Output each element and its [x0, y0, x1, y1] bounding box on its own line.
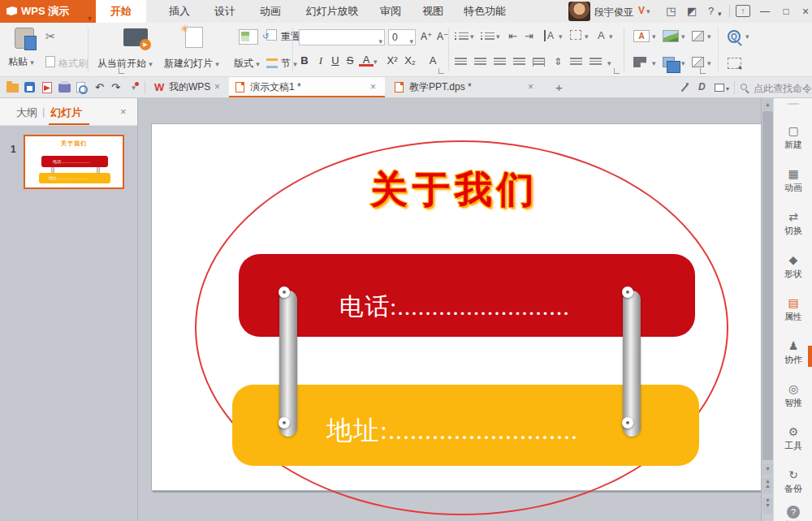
tab-my-wps[interactable]: W 我的WPS ×: [149, 77, 227, 97]
chevron-down-icon[interactable]: ▾: [652, 59, 656, 67]
font-family-select[interactable]: ▾: [299, 29, 385, 45]
tab-teaching-ppt[interactable]: 教学PPT.dps * ×: [388, 77, 542, 97]
paste-icon[interactable]: [15, 28, 34, 49]
account-name[interactable]: 段宇俊亚: [594, 6, 633, 19]
minimize-button[interactable]: —: [757, 5, 773, 18]
sidebar-item-tools[interactable]: ⚙ 工具: [774, 425, 812, 452]
docer-icon[interactable]: D: [698, 81, 706, 93]
menu-tab-slideshow[interactable]: 幻灯片放映: [297, 0, 367, 23]
align-right-icon[interactable]: [494, 58, 506, 67]
chevron-down-icon[interactable]: ▾: [707, 59, 711, 67]
numbering-icon[interactable]: [481, 32, 495, 41]
print-preview-icon[interactable]: [76, 82, 85, 93]
chevron-down-icon[interactable]: ▾: [585, 32, 589, 41]
layout-button[interactable]: 版式 ▾: [234, 57, 260, 71]
font-dialog-launcher[interactable]: [438, 68, 444, 74]
tab-outline[interactable]: 大纲: [16, 105, 37, 120]
reset-button[interactable]: 重置: [281, 30, 300, 44]
chevron-down-icon[interactable]: ▾: [607, 59, 611, 67]
sidebar-item-shapes[interactable]: ◆ 形状: [774, 253, 812, 280]
sidebar-item-backup[interactable]: ↻ 备份: [774, 468, 812, 495]
shape-dialog-launcher[interactable]: [700, 68, 706, 74]
paste-button[interactable]: 粘贴 ▾: [8, 55, 34, 69]
shape-fill-icon[interactable]: [633, 57, 646, 67]
paragraph-dialog-launcher[interactable]: [614, 68, 620, 74]
account-caret-icon[interactable]: ▾: [646, 7, 650, 15]
chevron-down-icon[interactable]: ▾: [559, 32, 563, 41]
chevron-down-icon[interactable]: ▾: [707, 32, 711, 41]
sidebar-item-new[interactable]: ▢ 新建: [774, 124, 812, 151]
format-painter-button[interactable]: 格式刷: [58, 57, 88, 71]
underline-button[interactable]: U: [328, 54, 343, 68]
strap-left[interactable]: [279, 291, 297, 437]
selection-pane-icon[interactable]: [728, 58, 741, 69]
cut-icon[interactable]: ✂: [45, 29, 56, 44]
fullscreen-upload-button[interactable]: ↑: [736, 5, 750, 17]
menu-tab-insert[interactable]: 插入: [159, 0, 200, 23]
panel-close-icon[interactable]: ×: [120, 105, 127, 118]
decrease-indent-icon[interactable]: ⇤: [508, 30, 517, 42]
chevron-down-icon[interactable]: ▾: [681, 32, 685, 41]
picture-icon[interactable]: [663, 30, 679, 42]
bullets-icon[interactable]: [455, 32, 469, 41]
save-icon[interactable]: [24, 82, 35, 93]
new-tab-button[interactable]: +: [555, 80, 563, 94]
layout-icon[interactable]: [239, 29, 258, 45]
close-button[interactable]: ×: [797, 5, 812, 18]
avatar[interactable]: [568, 2, 590, 21]
beautify-wand-icon[interactable]: [681, 84, 689, 93]
increase-font-button[interactable]: A⁺: [421, 31, 432, 42]
chevron-down-icon[interactable]: ▾: [726, 85, 729, 93]
menu-tab-view[interactable]: 视图: [412, 0, 453, 23]
text-direction-icon[interactable]: A: [544, 30, 554, 41]
restore-button[interactable]: □: [778, 5, 794, 18]
slide-thumbnail[interactable]: 关于我们 电话:......................... 地址:...…: [24, 135, 124, 189]
previous-slide-button[interactable]: ▲ ▲: [762, 478, 773, 494]
phone-text[interactable]: 电话:.........................: [339, 291, 570, 324]
tab-close-icon[interactable]: ×: [528, 77, 533, 97]
superscript-button[interactable]: X²: [385, 54, 400, 68]
sidebar-item-properties[interactable]: ▤ 属性: [774, 296, 812, 323]
strikethrough-button[interactable]: S: [343, 54, 357, 68]
align-center-icon[interactable]: [474, 58, 486, 67]
play-from-current-icon[interactable]: [123, 28, 148, 46]
character-scale-icon[interactable]: A: [598, 29, 605, 41]
ring-top-left[interactable]: [279, 286, 290, 298]
paragraph-spacing-icon[interactable]: [570, 58, 582, 67]
window-switch-icon[interactable]: [715, 84, 724, 92]
open-file-icon[interactable]: [6, 84, 19, 93]
scroll-up-button[interactable]: ▲: [762, 99, 773, 110]
find-replace-icon[interactable]: Q: [728, 30, 741, 43]
from-current-button[interactable]: 从当前开始 ▾: [97, 57, 153, 71]
sidebar-item-collaborate[interactable]: ♟ 协作: [774, 339, 812, 366]
tab-presentation1[interactable]: 演示文稿1 * ×: [229, 77, 385, 97]
sidebar-item-help[interactable]: ? 帮助: [774, 506, 812, 521]
ring-bottom-right[interactable]: [622, 417, 633, 428]
tab-slides[interactable]: 幻灯片: [50, 105, 82, 120]
panel-handle[interactable]: [788, 103, 799, 105]
skin-icon[interactable]: ◩: [687, 6, 697, 17]
sidebar-item-transition[interactable]: ⇄ 切换: [774, 210, 812, 237]
increase-indent-icon[interactable]: ⇥: [525, 30, 533, 42]
menu-tab-home[interactable]: 开始: [96, 0, 146, 23]
export-pdf-icon[interactable]: [42, 82, 52, 93]
paragraph-spacing2-icon[interactable]: [590, 58, 602, 67]
sidebar-item-smart-recommend[interactable]: ◎ 智推: [774, 382, 812, 409]
help-caret-icon[interactable]: ▾: [718, 8, 722, 19]
new-slide-button[interactable]: 新建幻灯片 ▾: [164, 57, 219, 71]
chevron-down-icon[interactable]: ▾: [496, 32, 500, 41]
redo-button[interactable]: ↷: [109, 81, 123, 94]
store-icon[interactable]: ◳: [666, 6, 676, 17]
reset-icon[interactable]: [266, 29, 277, 41]
help-icon[interactable]: ?: [708, 6, 714, 17]
menu-tab-review[interactable]: 审阅: [370, 0, 411, 23]
shape-icon[interactable]: [692, 31, 704, 41]
arrange-icon[interactable]: [663, 57, 675, 67]
vertical-scrollbar[interactable]: ▲ ▼ ▲ ▲ ▼ ▼: [761, 98, 773, 521]
align-left-icon[interactable]: [455, 58, 467, 67]
menu-tab-animation[interactable]: 动画: [250, 0, 291, 23]
menu-tab-special-features[interactable]: 特色功能: [455, 0, 515, 23]
editing-canvas[interactable]: 关于我们 电话:......................... 地址:...…: [138, 98, 761, 521]
quick-style-icon[interactable]: [692, 57, 704, 67]
section-icon[interactable]: [266, 58, 278, 68]
